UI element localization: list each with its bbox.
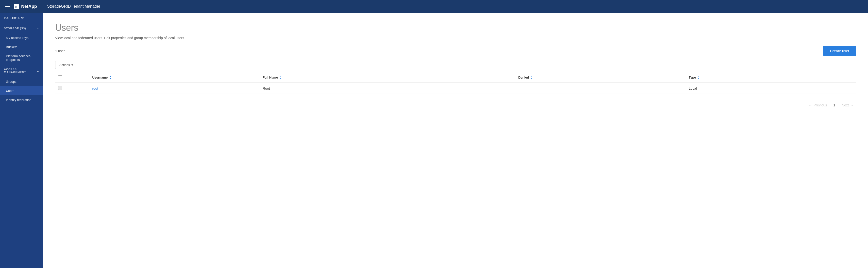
sidebar-item-identity-federation[interactable]: Identity federation xyxy=(0,95,43,105)
access-section-label: ACCESS MANAGEMENT xyxy=(4,68,37,73)
username-cell: root xyxy=(89,83,259,94)
sidebar-section-storage[interactable]: STORAGE (S3) ▲ xyxy=(0,23,43,33)
layout: DASHBOARD STORAGE (S3) ▲ My access keys … xyxy=(0,13,868,268)
sidebar-item-dashboard[interactable]: DASHBOARD xyxy=(0,13,43,23)
users-table: Username ▲▼ Full Name ▲▼ Denied xyxy=(55,73,856,94)
toolbar-row: 1 user Create user xyxy=(55,46,856,56)
col-header-full-name[interactable]: Full Name ▲▼ xyxy=(259,73,515,83)
sidebar-item-buckets[interactable]: Buckets xyxy=(0,42,43,52)
username-link[interactable]: root xyxy=(92,86,98,90)
actions-label: Actions xyxy=(59,63,70,67)
app-title: StorageGRID Tenant Manager xyxy=(47,4,100,9)
pagination: ← Previous 1 Next → xyxy=(55,102,856,109)
actions-chevron-icon: ▾ xyxy=(71,63,73,67)
denied-sort-icon: ▲▼ xyxy=(531,76,533,80)
row-checkbox[interactable] xyxy=(58,86,62,90)
row-select-cell[interactable] xyxy=(55,83,89,94)
col-header-type[interactable]: Type ▲▼ xyxy=(686,73,856,83)
denied-cell xyxy=(515,83,686,94)
sidebar-section-access[interactable]: ACCESS MANAGEMENT ▲ xyxy=(0,64,43,77)
brand-name: NetApp xyxy=(21,4,37,9)
sidebar-item-groups[interactable]: Groups xyxy=(0,77,43,86)
col-header-denied[interactable]: Denied ▲▼ xyxy=(515,73,686,83)
actions-row: Actions ▾ xyxy=(55,61,856,69)
table-header-row: Username ▲▼ Full Name ▲▼ Denied xyxy=(55,73,856,83)
dashboard-label: DASHBOARD xyxy=(4,16,24,20)
select-all-checkbox[interactable] xyxy=(58,76,62,79)
sidebar-item-platform-services-endpoints[interactable]: Platform services endpoints xyxy=(0,52,43,64)
actions-button[interactable]: Actions ▾ xyxy=(55,61,78,69)
previous-label: Previous xyxy=(813,103,827,107)
type-cell: Local xyxy=(686,83,856,94)
create-user-button[interactable]: Create user xyxy=(823,46,856,56)
hamburger-menu[interactable] xyxy=(5,5,10,8)
access-chevron-icon: ▲ xyxy=(37,69,39,72)
sidebar-item-users[interactable]: Users xyxy=(0,86,43,95)
col-header-username[interactable]: Username ▲▼ xyxy=(89,73,259,83)
page-number: 1 xyxy=(833,103,835,107)
type-sort-icon: ▲▼ xyxy=(698,76,700,80)
top-nav: n NetApp | StorageGRID Tenant Manager xyxy=(0,0,868,13)
table-body: root Root Local xyxy=(55,83,856,94)
user-count: 1 user xyxy=(55,49,65,53)
storage-chevron-icon: ▲ xyxy=(37,27,39,30)
fullname-cell: Root xyxy=(259,83,515,94)
page-description: View local and federated users. Edit pro… xyxy=(55,36,856,40)
next-label: Next xyxy=(842,103,849,107)
main-content: Users View local and federated users. Ed… xyxy=(43,13,868,268)
sidebar-item-my-access-keys[interactable]: My access keys xyxy=(0,33,43,42)
fullname-sort-icon: ▲▼ xyxy=(280,76,282,80)
select-all-header[interactable] xyxy=(55,73,89,83)
sidebar: DASHBOARD STORAGE (S3) ▲ My access keys … xyxy=(0,13,43,268)
brand-divider: | xyxy=(41,4,42,9)
previous-button[interactable]: ← Previous xyxy=(806,102,829,109)
username-sort-icon: ▲▼ xyxy=(110,76,112,80)
next-arrow-icon: → xyxy=(850,103,854,107)
page-title: Users xyxy=(55,23,856,33)
next-button[interactable]: Next → xyxy=(839,102,856,109)
brand: n NetApp | StorageGRID Tenant Manager xyxy=(14,4,100,9)
storage-section-label: STORAGE (S3) xyxy=(4,27,26,30)
previous-arrow-icon: ← xyxy=(809,103,812,107)
table-row[interactable]: root Root Local xyxy=(55,83,856,94)
netapp-logo: n xyxy=(14,4,19,9)
